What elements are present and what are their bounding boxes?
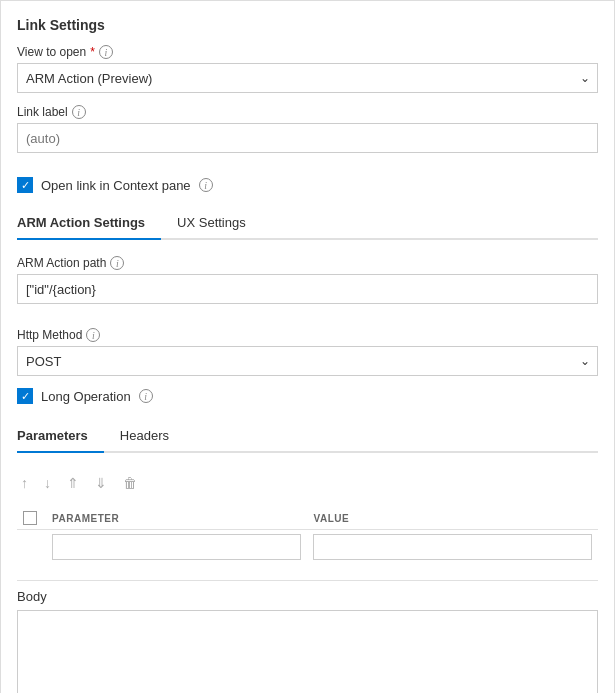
checkmark-icon: ✓ xyxy=(21,180,30,191)
view-to-open-select[interactable]: ARM Action (Preview) xyxy=(17,63,598,93)
tab-headers[interactable]: Headers xyxy=(120,420,185,453)
row-checkbox-cell xyxy=(17,530,46,565)
body-label: Body xyxy=(17,589,598,604)
link-label-label: Link label i xyxy=(17,105,598,119)
long-operation-label: Long Operation xyxy=(41,389,131,404)
http-method-select-wrapper: POST GET PUT DELETE PATCH ⌄ xyxy=(17,346,598,376)
required-indicator: * xyxy=(90,45,95,59)
link-label-info-icon[interactable]: i xyxy=(72,105,86,119)
open-in-context-checkbox[interactable]: ✓ xyxy=(17,177,33,193)
view-to-open-group: View to open * i ARM Action (Preview) ⌄ xyxy=(17,45,598,93)
long-operation-checkmark-icon: ✓ xyxy=(21,391,30,402)
select-all-checkbox[interactable] xyxy=(23,511,37,525)
param-toolbar: ↑ ↓ ⇑ ⇓ 🗑 xyxy=(17,469,598,497)
move-down-button[interactable]: ↓ xyxy=(40,473,55,493)
parameter-cell xyxy=(46,530,307,565)
arm-action-path-group: ARM Action path i xyxy=(17,256,598,316)
open-in-context-info-icon[interactable]: i xyxy=(199,178,213,192)
open-in-context-label: Open link in Context pane xyxy=(41,178,191,193)
open-in-context-row[interactable]: ✓ Open link in Context pane i xyxy=(17,177,598,193)
http-method-info-icon[interactable]: i xyxy=(86,328,100,342)
delete-button[interactable]: 🗑 xyxy=(119,473,141,493)
table-row xyxy=(17,530,598,565)
value-input[interactable] xyxy=(313,534,592,560)
long-operation-checkbox[interactable]: ✓ xyxy=(17,388,33,404)
param-col-parameter: PARAMETER xyxy=(46,507,307,530)
tab-ux-settings[interactable]: UX Settings xyxy=(177,207,262,240)
link-label-input[interactable] xyxy=(17,123,598,153)
body-section: Body xyxy=(17,580,598,693)
value-cell xyxy=(307,530,598,565)
view-to-open-select-wrapper: ARM Action (Preview) ⌄ xyxy=(17,63,598,93)
arm-action-path-info-icon[interactable]: i xyxy=(110,256,124,270)
http-method-select[interactable]: POST GET PUT DELETE PATCH xyxy=(17,346,598,376)
parameter-input[interactable] xyxy=(52,534,301,560)
link-settings-panel: Link Settings View to open * i ARM Actio… xyxy=(0,0,615,693)
http-method-group: Http Method i POST GET PUT DELETE PATCH … xyxy=(17,328,598,376)
sub-tabs: Parameters Headers xyxy=(17,420,598,453)
move-up-button[interactable]: ↑ xyxy=(17,473,32,493)
tab-parameters[interactable]: Parameters xyxy=(17,420,104,453)
http-method-label: Http Method i xyxy=(17,328,598,342)
move-top-button[interactable]: ⇑ xyxy=(63,473,83,493)
view-to-open-label: View to open * i xyxy=(17,45,598,59)
long-operation-info-icon[interactable]: i xyxy=(139,389,153,403)
arm-action-path-input[interactable] xyxy=(17,274,598,304)
parameters-table: PARAMETER VALUE xyxy=(17,507,598,564)
arm-action-path-label: ARM Action path i xyxy=(17,256,598,270)
long-operation-row[interactable]: ✓ Long Operation i xyxy=(17,388,598,404)
view-to-open-info-icon[interactable]: i xyxy=(99,45,113,59)
main-tabs: ARM Action Settings UX Settings xyxy=(17,207,598,240)
link-label-group: Link label i xyxy=(17,105,598,165)
param-col-checkbox xyxy=(17,507,46,530)
param-col-value: VALUE xyxy=(307,507,598,530)
body-textarea[interactable] xyxy=(18,611,597,693)
body-textarea-wrapper xyxy=(17,610,598,693)
tab-arm-action-settings[interactable]: ARM Action Settings xyxy=(17,207,161,240)
panel-title: Link Settings xyxy=(17,17,598,33)
move-bottom-button[interactable]: ⇓ xyxy=(91,473,111,493)
